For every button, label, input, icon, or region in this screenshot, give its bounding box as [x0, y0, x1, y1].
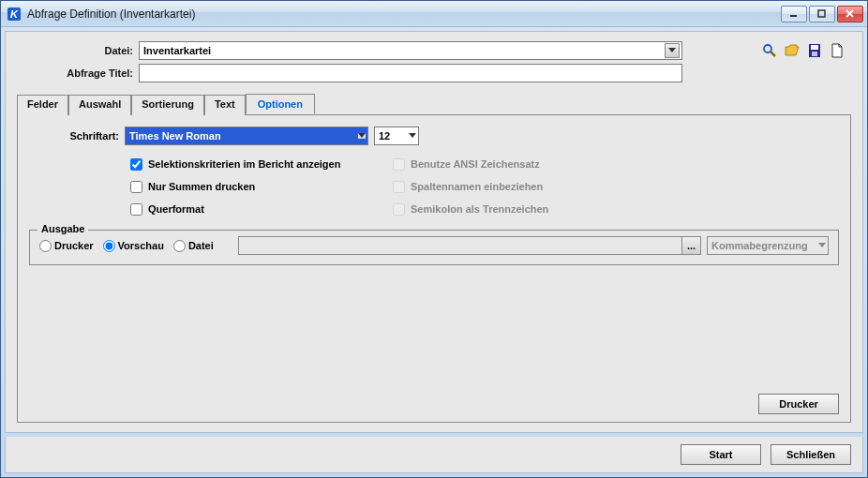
abfrage-titel-input[interactable] — [139, 64, 682, 82]
search-icon[interactable] — [761, 42, 778, 59]
schriftart-label: Schriftart: — [29, 130, 125, 142]
font-size-combo[interactable]: 12 — [374, 127, 419, 145]
window-controls — [781, 6, 863, 22]
file-path-value — [239, 237, 681, 254]
app-icon: K — [7, 7, 22, 22]
start-button[interactable]: Start — [681, 444, 761, 465]
svg-rect-11 — [812, 52, 817, 56]
svg-marker-14 — [818, 243, 826, 247]
content-area: Datei: Inventarkartei Abfrage Titel: Fel… — [5, 31, 863, 433]
save-icon[interactable] — [806, 42, 823, 59]
footer-buttons: Start Schließen — [5, 437, 863, 473]
panel-buttons: Drucker — [29, 388, 839, 414]
output-row: Drucker Vorschau Datei ... Kommabegrenzu… — [39, 236, 829, 255]
chk-querformat-box[interactable] — [130, 203, 142, 216]
font-size-value: 12 — [379, 130, 409, 142]
open-folder-icon[interactable] — [784, 42, 801, 59]
close-button[interactable] — [837, 6, 863, 22]
separator-combo: Kommabegrenzung — [707, 236, 829, 255]
svg-rect-10 — [811, 45, 818, 50]
chk-semikolon: Semikolon als Trennzeichen — [393, 198, 655, 220]
abfrage-label: Abfrage Titel: — [17, 67, 139, 79]
new-document-icon[interactable] — [829, 42, 846, 59]
chk-ansi-box — [393, 158, 405, 171]
maximize-button[interactable] — [809, 6, 835, 22]
chk-nur-summen-box[interactable] — [130, 181, 142, 193]
window-frame: K Abfrage Definition (Inventarkartei) Da… — [0, 0, 868, 478]
font-row: Schriftart: Times New Roman 12 — [29, 127, 839, 145]
datei-combo[interactable]: Inventarkartei — [139, 41, 682, 60]
tab-bar: Felder Auswahl Sortierung Text Optionen — [17, 94, 851, 115]
chevron-down-icon — [665, 43, 680, 58]
chk-selektionskriterien-box[interactable] — [130, 158, 142, 171]
chevron-down-icon — [358, 133, 366, 139]
browse-button[interactable]: ... — [681, 237, 700, 254]
tab-sortierung[interactable]: Sortierung — [131, 95, 204, 115]
abfrage-row: Abfrage Titel: — [17, 64, 851, 82]
datei-row: Datei: Inventarkartei — [17, 41, 851, 60]
chk-querformat[interactable]: Querformat — [130, 198, 393, 220]
optionen-panel: Schriftart: Times New Roman 12 Selektion… — [17, 115, 851, 423]
tab-felder[interactable]: Felder — [17, 95, 68, 115]
svg-marker-12 — [358, 133, 366, 138]
radio-vorschau[interactable]: Vorschau — [103, 240, 164, 252]
output-radio-group: Drucker Vorschau Datei — [39, 240, 214, 252]
toolbar — [761, 42, 851, 59]
svg-rect-3 — [818, 10, 825, 17]
chevron-down-icon — [818, 243, 826, 248]
svg-marker-13 — [409, 133, 416, 138]
ausgabe-fieldset: Ausgabe Drucker Vorschau Datei ... Komma… — [29, 230, 839, 265]
chevron-down-icon — [409, 133, 416, 139]
datei-value: Inventarkartei — [143, 45, 665, 56]
ausgabe-legend: Ausgabe — [37, 223, 88, 234]
titlebar: K Abfrage Definition (Inventarkartei) — [1, 1, 867, 27]
chk-selektionskriterien[interactable]: Selektionskriterien im Bericht anzeigen — [130, 153, 393, 175]
options-grid: Selektionskriterien im Bericht anzeigen … — [130, 153, 839, 220]
svg-point-7 — [764, 45, 771, 52]
svg-marker-6 — [668, 48, 676, 52]
drucker-button[interactable]: Drucker — [758, 394, 839, 414]
radio-drucker[interactable]: Drucker — [39, 240, 94, 252]
chk-spaltennamen: Spaltennamen einbeziehen — [393, 175, 655, 198]
chk-nur-summen[interactable]: Nur Summen drucken — [130, 175, 393, 198]
schliessen-button[interactable]: Schließen — [771, 444, 851, 465]
chk-spaltennamen-box — [393, 181, 405, 193]
svg-line-8 — [771, 52, 775, 56]
minimize-button[interactable] — [781, 6, 807, 22]
font-name-combo[interactable]: Times New Roman — [125, 127, 368, 145]
file-path-box: ... — [238, 236, 701, 255]
datei-label: Datei: — [17, 45, 139, 56]
font-name-value: Times New Roman — [129, 130, 358, 142]
tab-optionen[interactable]: Optionen — [246, 94, 315, 114]
separator-value: Kommabegrenzung — [711, 240, 818, 251]
chk-semikolon-box — [393, 203, 405, 216]
svg-text:K: K — [10, 8, 19, 20]
tab-text[interactable]: Text — [204, 95, 246, 115]
radio-datei[interactable]: Datei — [173, 240, 214, 252]
chk-ansi: Benutze ANSI Zeichensatz — [393, 153, 655, 175]
tab-auswahl[interactable]: Auswahl — [68, 95, 131, 115]
window-title: Abfrage Definition (Inventarkartei) — [27, 7, 781, 21]
